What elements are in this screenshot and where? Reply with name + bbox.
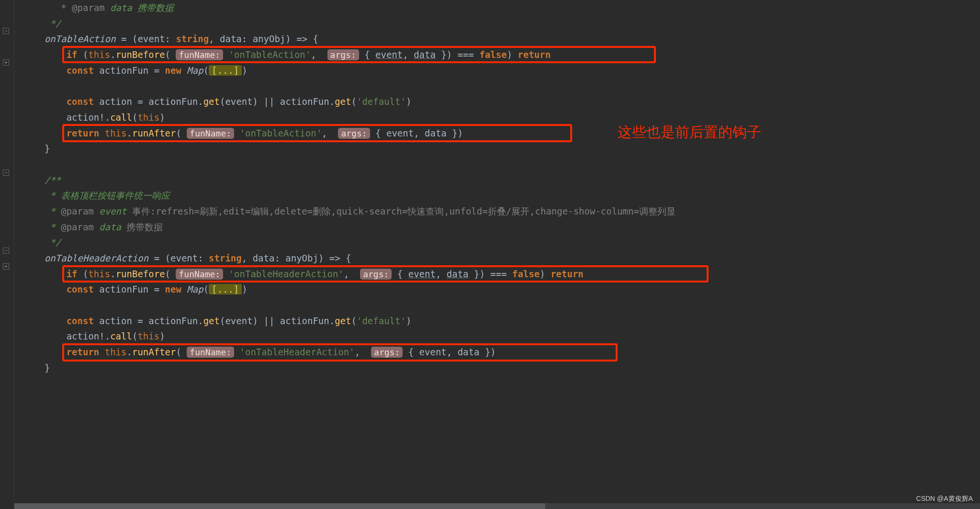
- code-text: [34, 65, 67, 76]
- code-text: :: [198, 253, 209, 263]
- horizontal-scrollbar[interactable]: [14, 503, 980, 509]
- code-text: (event) || actionFun.: [220, 316, 335, 326]
- code-text: if: [67, 49, 78, 60]
- fold-marker-icon[interactable]: +: [3, 59, 9, 66]
- code-text: get: [203, 316, 220, 326]
- scrollbar-thumb[interactable]: [14, 503, 545, 509]
- code-text: anyObj: [253, 34, 286, 44]
- code-text: string: [176, 34, 209, 44]
- code-text: .: [110, 269, 115, 279]
- code-text: (: [176, 128, 187, 138]
- code-text: ,: [209, 34, 220, 44]
- code-text: ,: [403, 49, 414, 60]
- code-text: 携带数据: [132, 2, 174, 13]
- code-text: ): [159, 331, 165, 341]
- code-text: ,: [355, 347, 371, 357]
- inlay-hint: funName:: [176, 269, 223, 280]
- code-text: event: [408, 269, 436, 279]
- code-text: ) => {: [285, 34, 318, 44]
- code-text: ): [507, 49, 518, 60]
- code-text: data: [94, 222, 127, 232]
- inlay-hint: args:: [360, 269, 392, 280]
- code-text: this: [137, 331, 159, 341]
- code-text: runBefore: [116, 269, 165, 279]
- code-text: [34, 347, 67, 357]
- code-text: /**: [34, 175, 61, 185]
- code-text: (: [132, 112, 137, 123]
- code-text: return: [67, 347, 100, 357]
- code-text: [34, 128, 67, 138]
- code-text: event: [386, 128, 414, 138]
- inlay-hint: funName:: [187, 128, 234, 139]
- annotation-text: 这些也是前后置的钩子: [618, 124, 761, 140]
- code-text: 'onTableAction': [229, 49, 311, 60]
- fold-marker-icon[interactable]: −: [3, 170, 9, 176]
- code-text: this: [137, 112, 159, 123]
- folded-region[interactable]: [...]: [209, 284, 242, 294]
- code-text: event: [94, 206, 132, 216]
- code-text: @param: [61, 206, 94, 216]
- code-text: const: [67, 65, 94, 76]
- code-text: ) => {: [318, 253, 351, 263]
- code-text: data: [105, 2, 132, 13]
- code-text: action!.: [34, 331, 110, 341]
- code-text: 'onTableAction': [240, 128, 322, 138]
- code-text: = (: [116, 34, 138, 44]
- code-text: Map: [181, 284, 203, 294]
- code-text: action = actionFun.: [94, 96, 203, 107]
- code-text: [34, 269, 67, 279]
- code-text: {: [370, 128, 386, 138]
- code-text: ): [242, 284, 247, 294]
- code-text: * 表格顶栏按钮事件统一响应: [34, 190, 170, 201]
- code-text: const: [67, 96, 94, 107]
- code-text: ,: [436, 269, 447, 279]
- code-text: *: [34, 2, 72, 13]
- code-text: *: [34, 222, 61, 232]
- code-text: return: [551, 269, 584, 279]
- code-text: event: [137, 34, 165, 44]
- code-text: (: [78, 269, 89, 279]
- code-text: ): [406, 96, 411, 107]
- code-text: (: [351, 96, 357, 107]
- code-text: {: [359, 49, 375, 60]
- code-text: ,: [344, 269, 360, 279]
- code-area[interactable]: * @param data 携带数据 */ onTableAction = (e…: [14, 0, 980, 509]
- inlay-hint: funName:: [176, 49, 223, 60]
- code-text: return: [67, 128, 100, 138]
- code-text: call: [110, 331, 132, 341]
- fold-marker-icon[interactable]: −: [3, 28, 9, 34]
- code-text: data: [425, 128, 447, 138]
- code-text: (: [165, 49, 176, 60]
- code-text: [223, 49, 228, 60]
- code-text: (event) || actionFun.: [220, 96, 335, 107]
- code-text: ): [406, 316, 411, 326]
- code-text: get: [335, 316, 351, 326]
- code-text: ): [159, 112, 165, 123]
- code-text: event: [170, 253, 198, 263]
- fold-marker-icon[interactable]: +: [3, 263, 9, 270]
- code-text: ,: [414, 128, 425, 138]
- code-text: action!.: [34, 112, 110, 123]
- fold-marker-icon[interactable]: −: [3, 248, 9, 254]
- code-text: ,: [242, 253, 253, 263]
- code-text: 事件:refresh=刷新,edit=编辑,delete=删除,quick-se…: [132, 206, 676, 216]
- code-text: ): [540, 269, 551, 279]
- code-text: (: [176, 347, 187, 357]
- code-text: ,: [447, 347, 458, 357]
- code-text: data: [458, 347, 480, 357]
- code-text: @param: [61, 222, 94, 232]
- code-text: ): [242, 65, 247, 76]
- code-text: const: [67, 284, 94, 294]
- code-text: onTableHeaderAction: [34, 253, 148, 263]
- code-text: 携带数据: [126, 222, 163, 232]
- code-text: 'onTableHeaderAction': [229, 269, 344, 279]
- code-text: runAfter: [132, 347, 176, 357]
- code-text: data: [447, 269, 469, 279]
- code-text: */: [34, 237, 61, 248]
- code-text: actionFun =: [94, 284, 165, 294]
- folded-region[interactable]: [...]: [209, 65, 242, 76]
- code-text: 'default': [357, 316, 406, 326]
- code-text: if: [67, 269, 78, 279]
- code-text: [234, 128, 239, 138]
- code-text: string: [209, 253, 242, 263]
